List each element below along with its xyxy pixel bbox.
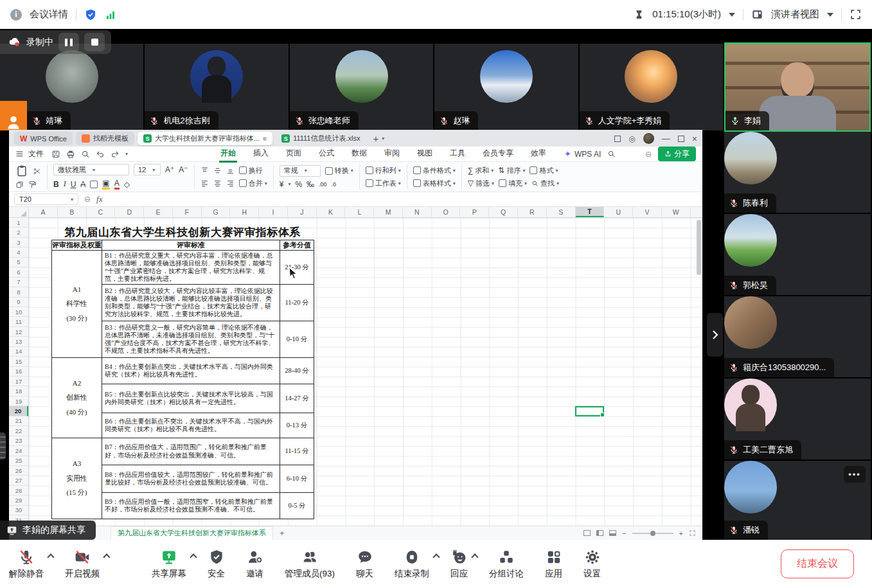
- new-tab-button[interactable]: +: [373, 133, 378, 144]
- fullscreen-icon[interactable]: [850, 8, 862, 21]
- row-header[interactable]: 24: [9, 446, 28, 456]
- column-headers[interactable]: ABCDEFGHIJKLMNOPQRSTUVW: [9, 207, 702, 218]
- restore-button[interactable]: [678, 136, 684, 142]
- increase-decimal-icon[interactable]: .00: [319, 181, 327, 188]
- column-header[interactable]: R: [518, 207, 547, 217]
- comma-format-icon[interactable]: ‰: [307, 180, 314, 189]
- row-header[interactable]: 28: [9, 486, 28, 495]
- side-panel-icon[interactable]: [614, 136, 621, 142]
- row-header[interactable]: 29: [9, 495, 28, 505]
- network-signal-icon[interactable]: [105, 9, 116, 21]
- row-header[interactable]: 2: [9, 227, 28, 237]
- fit-screen-icon[interactable]: [689, 530, 696, 537]
- video-tile[interactable]: 靖琳: [0, 44, 143, 130]
- borders-button[interactable]: [90, 181, 98, 188]
- column-header[interactable]: A: [29, 207, 58, 217]
- view-dropdown-icon[interactable]: [827, 13, 833, 17]
- save-icon[interactable]: [51, 150, 60, 159]
- align-bottom-icon[interactable]: [226, 166, 235, 175]
- video-tile[interactable]: 赵琳: [434, 44, 578, 130]
- close-button[interactable]: ×: [692, 134, 697, 144]
- fill-color-button[interactable]: ▣: [102, 179, 109, 190]
- share-screen-button[interactable]: 共享屏幕: [152, 549, 186, 580]
- tab-home[interactable]: 开始: [219, 146, 237, 163]
- column-header[interactable]: S: [547, 207, 576, 217]
- settings-button[interactable]: 设置: [583, 549, 601, 580]
- row-header[interactable]: 21: [9, 416, 28, 426]
- find-button[interactable]: 查找▾: [531, 179, 559, 188]
- active-document-tab[interactable]: S 大学生科技创新大赛评审指标体...: [138, 132, 272, 145]
- file-menu[interactable]: 文件: [15, 148, 44, 159]
- column-header[interactable]: L: [345, 207, 374, 217]
- wps-ai-button[interactable]: ✦ WPS AI: [564, 149, 601, 159]
- undo-icon[interactable]: [96, 150, 105, 159]
- conditional-format-button[interactable]: 条件格式▾: [413, 166, 456, 175]
- tab-page[interactable]: 页面: [285, 146, 303, 163]
- tab-list-icon[interactable]: ▾: [382, 136, 384, 141]
- page-break-icon[interactable]: [609, 530, 616, 536]
- underline-button[interactable]: U: [71, 180, 76, 189]
- security-shield-icon[interactable]: [84, 8, 97, 21]
- share-button[interactable]: 分享: [658, 147, 696, 161]
- column-header[interactable]: O: [432, 207, 461, 217]
- unmute-button[interactable]: 解除静音: [9, 549, 44, 580]
- column-header[interactable]: Q: [489, 207, 518, 217]
- start-video-button[interactable]: 开启视频: [65, 549, 100, 580]
- row-header[interactable]: 8: [9, 287, 28, 297]
- meeting-details-link[interactable]: 会议详情: [30, 8, 68, 21]
- row-header[interactable]: 23: [9, 436, 28, 446]
- font-family-select[interactable]: 微软雅黑▾: [53, 164, 129, 175]
- row-header[interactable]: 20: [9, 406, 28, 416]
- video-tile[interactable]: 陈春利: [724, 132, 871, 213]
- convert-button[interactable]: 转换▾: [325, 166, 353, 175]
- column-header[interactable]: H: [230, 207, 259, 217]
- video-tile[interactable]: 郭松昊: [724, 214, 871, 295]
- align-middle-icon[interactable]: [213, 166, 222, 175]
- reactions-button[interactable]: 回应: [450, 549, 468, 580]
- row-header[interactable]: 12: [9, 327, 28, 337]
- row-header[interactable]: 4: [9, 247, 28, 257]
- italic-button[interactable]: I: [64, 179, 66, 189]
- zoom-out-icon[interactable]: ⊖: [84, 195, 91, 204]
- tab-data[interactable]: 数据: [350, 146, 368, 163]
- chat-button[interactable]: 聊天: [356, 549, 373, 580]
- breakout-rooms-button[interactable]: 分组讨论: [489, 549, 524, 580]
- increase-font-icon[interactable]: A⁺: [165, 165, 174, 174]
- video-tile[interactable]: ••• 潘锐: [724, 461, 871, 540]
- self-video-tile[interactable]: 李娟: [724, 42, 871, 132]
- spreadsheet-grid[interactable]: 第九届山东省大学生科技创新大赛评审指标体系 评审指标及权重 评审标准 参考分值 …: [29, 218, 702, 526]
- select-all-corner[interactable]: [9, 207, 29, 218]
- column-header[interactable]: M: [374, 207, 403, 217]
- sum-button[interactable]: ∑求和▾: [468, 166, 494, 175]
- column-header[interactable]: E: [144, 207, 173, 217]
- column-header[interactable]: F: [173, 207, 202, 217]
- align-left-icon[interactable]: [200, 179, 209, 188]
- row-header[interactable]: 25: [9, 456, 28, 466]
- chevron-up-icon[interactable]: [47, 553, 54, 560]
- more-options-button[interactable]: •••: [844, 466, 866, 483]
- percent-format-icon[interactable]: %: [295, 180, 302, 189]
- chevron-up-icon[interactable]: [103, 553, 110, 560]
- row-header[interactable]: 3: [9, 238, 28, 247]
- security-button[interactable]: 安全: [208, 549, 225, 580]
- collaboration-icon[interactable]: ⊖: [645, 150, 652, 159]
- row-header[interactable]: 22: [9, 426, 28, 436]
- row-header[interactable]: 16: [9, 367, 28, 377]
- stop-recording-button[interactable]: [84, 33, 105, 51]
- column-header[interactable]: K: [317, 207, 346, 217]
- row-header[interactable]: 11: [9, 317, 28, 326]
- row-header[interactable]: 9: [9, 298, 28, 307]
- tab-view[interactable]: 视图: [416, 146, 434, 163]
- row-header[interactable]: 10: [9, 307, 28, 317]
- row-header[interactable]: 5: [9, 258, 28, 267]
- column-header[interactable]: N: [403, 207, 432, 217]
- cut-icon[interactable]: [33, 167, 41, 175]
- invite-button[interactable]: 邀请: [246, 549, 263, 580]
- filter-button[interactable]: ▽筛选▾: [468, 179, 494, 188]
- docer-template-tab[interactable]: 找稻壳模板: [76, 132, 134, 145]
- paste-icon[interactable]: [15, 165, 28, 177]
- column-header[interactable]: B: [58, 207, 87, 217]
- view-mode-selector[interactable]: 演讲者视图: [771, 8, 819, 21]
- tab-review[interactable]: 审阅: [383, 146, 401, 163]
- zoom-out-button[interactable]: −: [622, 530, 626, 537]
